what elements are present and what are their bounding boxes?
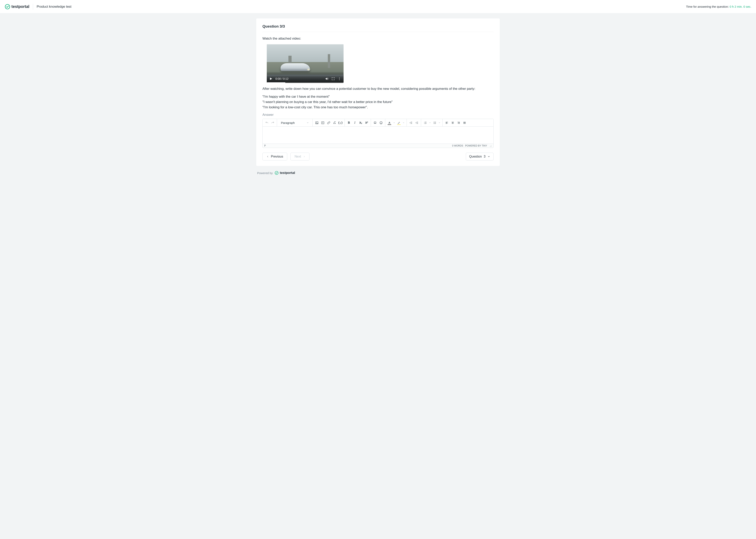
editor-toolbar: Paragraph {;} B I X2 X2 [263,119,493,127]
svg-point-9 [381,122,381,122]
chevron-down-icon [307,121,309,124]
subscript-button[interactable]: X2 [358,120,364,126]
special-char-button[interactable]: Ω [372,120,378,126]
insert-equation-button[interactable] [331,120,337,126]
svg-point-14 [434,122,434,123]
more-icon[interactable] [338,77,341,81]
rich-text-editor: Paragraph {;} B I X2 X2 [262,119,494,148]
insert-code-button[interactable]: {;} [337,120,343,126]
play-icon[interactable] [269,77,273,81]
outdent-button[interactable] [408,120,414,126]
word-count: 0 WORDS [452,144,463,147]
svg-point-15 [434,123,434,124]
question-nav: Previous Next Question 3 [262,153,494,161]
superscript-button[interactable]: X2 [364,120,370,126]
bullet-list-button[interactable] [432,120,438,126]
question-jump-label: Question [469,155,482,158]
block-format-value: Paragraph [281,121,295,124]
objection-2: "I wasn't planning on buying a car this … [262,100,494,105]
insert-media-button[interactable] [320,120,326,126]
test-title: Product knowledge test [36,5,71,9]
svg-text:3: 3 [424,123,425,124]
question-jump-select[interactable]: Question 3 [466,153,494,161]
video-time: 0:00 / 0:12 [275,77,288,80]
resize-handle-icon[interactable] [489,144,492,147]
redo-button[interactable] [270,120,276,126]
next-button[interactable]: Next [290,153,309,161]
previous-label: Previous [271,155,283,158]
footer-brand-logo[interactable]: testportal [275,171,295,175]
chevron-right-icon [303,155,306,158]
block-format-select[interactable]: Paragraph [278,121,311,124]
answer-label: Answer [262,113,494,117]
objection-1: "I'm happy with the car I have at the mo… [262,94,494,99]
editor-content-area[interactable] [263,127,493,144]
video-car-graphic [281,63,310,71]
objection-3: "I'm looking for a low-cost city car. Th… [262,105,494,110]
svg-point-5 [316,122,316,123]
divider [33,4,33,10]
next-label: Next [295,155,301,158]
app-header: testportal Product knowledge test Time f… [0,0,756,13]
italic-button[interactable]: I [352,120,358,126]
align-left-button[interactable] [444,120,450,126]
question-timer: Time for answering the question: 0 h 2 m… [686,5,751,8]
bullet-list-menu[interactable] [438,122,441,124]
svg-point-1 [339,77,340,78]
text-color-menu[interactable] [392,122,396,124]
editor-statusbar: P 0 WORDS POWERED BY TINY [263,144,493,148]
bold-button[interactable]: B [346,120,352,126]
question-intro: Watch the attached video: [262,36,494,41]
attached-video[interactable]: 0:00 / 0:12 [267,44,344,83]
ordered-list-menu[interactable] [428,122,432,124]
svg-point-2 [339,78,340,79]
tiny-branding[interactable]: POWERED BY TINY [465,144,487,147]
previous-button[interactable]: Previous [262,153,287,161]
question-counter: Question 3/3 [262,24,494,32]
emoji-button[interactable] [378,120,384,126]
svg-point-7 [380,121,382,124]
undo-button[interactable] [264,120,270,126]
header-left: testportal Product knowledge test [5,4,71,10]
video-controls: 0:00 / 0:12 [267,75,344,83]
check-circle-icon [275,171,279,175]
powered-by-label: Powered by [257,171,273,175]
question-prompt: After watching, write down how you can c… [262,86,494,91]
align-center-button[interactable] [450,120,455,126]
fullscreen-icon[interactable] [331,77,335,81]
indent-button[interactable] [414,120,420,126]
element-path[interactable]: P [264,144,266,147]
volume-icon[interactable] [325,77,329,81]
svg-rect-4 [315,122,318,124]
chevron-down-icon [487,155,490,158]
brand-name: testportal [11,4,29,9]
align-justify-button[interactable] [461,120,467,126]
timer-value: 0 h 2 min. 0 sec. [729,5,751,8]
check-circle-icon [5,4,10,9]
question-body: Watch the attached video: 0:00 / 0:12 [262,36,494,110]
highlight-color-menu[interactable] [402,122,405,124]
align-right-button[interactable] [455,120,461,126]
timer-label: Time for answering the question: [686,5,729,8]
brand-logo[interactable]: testportal [5,4,29,9]
svg-point-3 [339,80,340,80]
chevron-left-icon [267,155,269,158]
question-jump-number: 3 [484,155,486,158]
footer-brand-name: testportal [280,171,295,175]
highlight-color-button[interactable] [396,120,402,126]
question-card: Question 3/3 Watch the attached video: [256,18,500,166]
text-color-button[interactable]: A [386,120,392,126]
insert-image-button[interactable] [314,120,320,126]
ordered-list-button[interactable]: 123 [422,120,428,126]
insert-link-button[interactable] [326,120,331,126]
svg-point-13 [434,122,434,122]
page-footer: Powered by testportal [256,171,500,175]
